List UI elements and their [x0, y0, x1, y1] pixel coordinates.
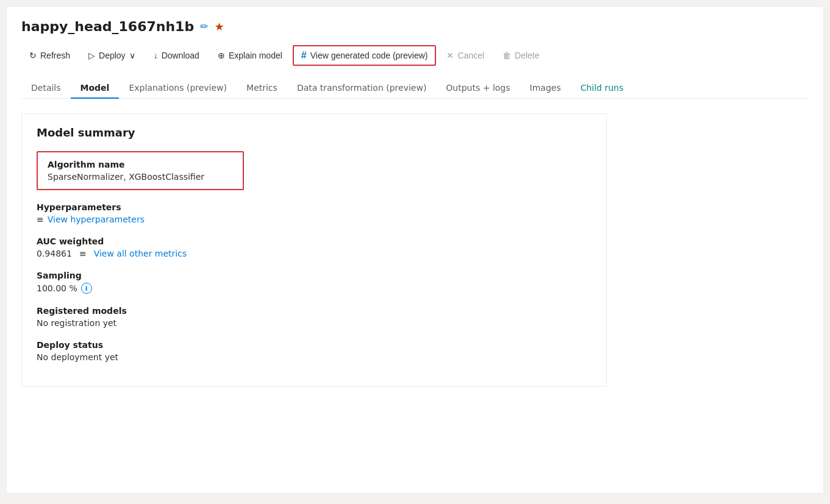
info-icon[interactable]: i	[81, 283, 92, 294]
registered-models-section: Registered models No registration yet	[37, 306, 592, 328]
algorithm-label: Algorithm name	[48, 160, 233, 169]
refresh-icon: ↻	[29, 51, 37, 60]
model-summary-panel: Model summary Algorithm name SparseNorma…	[21, 113, 607, 387]
tabs: Details Model Explanations (preview) Met…	[21, 78, 809, 99]
download-label: Download	[162, 51, 199, 60]
refresh-label: Refresh	[40, 51, 70, 60]
deploy-icon: ▷	[88, 51, 95, 60]
download-icon: ↓	[154, 51, 158, 60]
delete-button[interactable]: 🗑 Delete	[495, 46, 547, 65]
cancel-icon: ✕	[446, 51, 454, 60]
deploy-label: Deploy	[99, 51, 126, 60]
sampling-label: Sampling	[37, 271, 592, 280]
edit-icon[interactable]: ✏	[200, 21, 208, 32]
view-code-label: View generated code (preview)	[310, 51, 428, 60]
page-title: happy_head_1667nh1b	[21, 19, 194, 34]
cancel-label: Cancel	[457, 51, 484, 60]
tab-details[interactable]: Details	[21, 78, 71, 99]
explain-label: Explain model	[229, 51, 282, 60]
refresh-button[interactable]: ↻ Refresh	[21, 46, 78, 65]
cancel-button[interactable]: ✕ Cancel	[438, 46, 492, 65]
registered-models-value: No registration yet	[37, 318, 592, 328]
algorithm-value: SparseNormalizer, XGBoostClassifier	[48, 172, 233, 182]
tab-child-runs[interactable]: Child runs	[571, 78, 634, 99]
chevron-down-icon: ∨	[129, 51, 135, 60]
deploy-status-label: Deploy status	[37, 340, 592, 350]
panel-title: Model summary	[37, 126, 592, 139]
view-other-metrics-link[interactable]: View all other metrics	[94, 249, 187, 258]
auc-section: AUC weighted 0.94861 ≡ View all other me…	[37, 236, 592, 258]
deploy-status-value: No deployment yet	[37, 352, 592, 362]
tab-images[interactable]: Images	[520, 78, 571, 99]
tab-model[interactable]: Model	[71, 78, 120, 99]
sampling-section: Sampling 100.00 % i	[37, 271, 592, 294]
view-hyperparameters-link[interactable]: View hyperparameters	[48, 215, 145, 224]
auc-value: 0.94861	[37, 249, 72, 258]
view-code-button[interactable]: # View generated code (preview)	[293, 45, 437, 66]
hyperparameters-label: Hyperparameters	[37, 202, 592, 212]
delete-icon: 🗑	[503, 51, 511, 60]
tab-metrics[interactable]: Metrics	[237, 78, 287, 99]
list-icon-metrics: ≡	[79, 249, 87, 258]
hash-icon: #	[301, 50, 307, 61]
toolbar: ↻ Refresh ▷ Deploy ∨ ↓ Download ⊕ Explai…	[21, 45, 809, 66]
tab-outputs-logs[interactable]: Outputs + logs	[436, 78, 520, 99]
tab-explanations[interactable]: Explanations (preview)	[119, 78, 237, 99]
tab-data-transformation[interactable]: Data transformation (preview)	[287, 78, 436, 99]
deploy-status-section: Deploy status No deployment yet	[37, 340, 592, 362]
deploy-button[interactable]: ▷ Deploy ∨	[80, 46, 143, 65]
list-icon: ≡	[37, 215, 44, 224]
explain-icon: ⊕	[218, 51, 225, 60]
download-button[interactable]: ↓ Download	[146, 46, 207, 65]
explain-model-button[interactable]: ⊕ Explain model	[210, 46, 290, 65]
hyperparameters-section: Hyperparameters ≡ View hyperparameters	[37, 202, 592, 224]
favorite-icon[interactable]: ★	[215, 20, 224, 33]
registered-models-label: Registered models	[37, 306, 592, 316]
sampling-value: 100.00 %	[37, 283, 77, 293]
auc-label: AUC weighted	[37, 236, 592, 246]
algorithm-section: Algorithm name SparseNormalizer, XGBoost…	[37, 151, 244, 190]
delete-label: Delete	[515, 51, 539, 60]
